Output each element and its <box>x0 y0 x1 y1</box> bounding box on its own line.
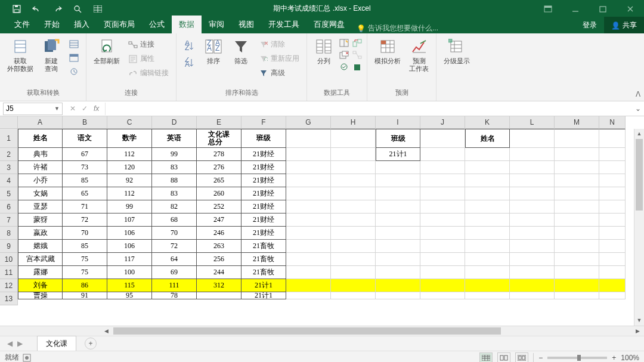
zoom-in-button[interactable]: + <box>612 354 616 362</box>
horizontal-scrollbar[interactable]: ◀ ▶ <box>0 326 644 336</box>
scroll-down-icon[interactable]: ▼ <box>634 315 644 326</box>
cell[interactable] <box>331 214 376 227</box>
clear-filter-button[interactable]: 清除 <box>256 38 302 51</box>
cell[interactable]: 120 <box>107 161 152 174</box>
cell[interactable]: 亚瑟 <box>18 200 63 214</box>
col-header[interactable]: H <box>331 116 376 129</box>
cell[interactable]: 85 <box>63 240 107 253</box>
cell[interactable] <box>286 174 331 187</box>
cell[interactable]: 252 <box>197 200 242 214</box>
cell[interactable] <box>510 292 555 299</box>
cell[interactable]: 英语 <box>152 129 197 148</box>
cell[interactable]: 21畜牧 <box>242 253 286 266</box>
cell[interactable] <box>555 253 599 266</box>
scroll-right-icon[interactable]: ▶ <box>633 328 643 334</box>
cell[interactable]: 85 <box>63 174 107 187</box>
cell[interactable]: 姓名 <box>465 129 510 148</box>
normal-view-button[interactable] <box>479 352 493 363</box>
cell[interactable] <box>465 253 510 266</box>
cell[interactable] <box>331 292 376 299</box>
cell[interactable]: 宫本武藏 <box>18 253 63 266</box>
cell[interactable] <box>420 253 465 266</box>
cell[interactable]: 75 <box>63 253 107 266</box>
cell[interactable] <box>286 161 331 174</box>
vertical-scrollbar[interactable]: ▲ ▼ <box>634 129 644 326</box>
cell[interactable]: 72 <box>152 240 197 253</box>
cell[interactable]: 67 <box>63 148 107 161</box>
prev-sheet-icon[interactable]: ◀ <box>7 339 13 348</box>
cell[interactable] <box>599 240 626 253</box>
connections-button[interactable]: 连接 <box>126 38 171 51</box>
cell[interactable] <box>599 174 626 187</box>
cell[interactable] <box>555 292 599 299</box>
cell[interactable] <box>465 187 510 200</box>
cell[interactable] <box>286 266 331 279</box>
properties-button[interactable]: 属性 <box>126 52 171 65</box>
cell[interactable] <box>555 161 599 174</box>
cell[interactable] <box>555 227 599 240</box>
pagebreak-view-button[interactable] <box>515 352 528 363</box>
cell[interactable]: 106 <box>107 227 152 240</box>
cell[interactable] <box>376 161 420 174</box>
scroll-up-icon[interactable]: ▲ <box>634 129 644 139</box>
cell[interactable]: 数学 <box>107 129 152 148</box>
tab-公式[interactable]: 公式 <box>142 16 172 33</box>
cell[interactable] <box>599 161 626 174</box>
cell[interactable] <box>599 129 626 148</box>
cell[interactable] <box>376 187 420 200</box>
zoom-level[interactable]: 100% <box>621 354 639 362</box>
col-header[interactable]: N <box>599 116 626 129</box>
cell[interactable] <box>331 266 376 279</box>
cell[interactable] <box>465 227 510 240</box>
tab-开始[interactable]: 开始 <box>37 16 67 33</box>
cell[interactable]: 86 <box>63 279 107 292</box>
cell[interactable]: 88 <box>152 174 197 187</box>
ribbon-options-icon[interactable] <box>534 0 562 17</box>
cell[interactable] <box>286 292 331 299</box>
cell[interactable]: 许褚 <box>18 161 63 174</box>
cell[interactable]: 106 <box>107 240 152 253</box>
expand-formula-icon[interactable]: ⌄ <box>632 104 644 113</box>
cell[interactable]: 典韦 <box>18 148 63 161</box>
cell[interactable] <box>331 253 376 266</box>
spreadsheet-grid[interactable]: ABCDEFGHIJKLMN 12345678910111213 姓名语文数学英… <box>0 116 644 326</box>
cell[interactable]: 99 <box>152 148 197 161</box>
col-header[interactable]: G <box>286 116 331 129</box>
tab-数据[interactable]: 数据 <box>172 16 202 33</box>
cell[interactable]: 刘备 <box>18 279 63 292</box>
cell[interactable] <box>555 174 599 187</box>
show-queries-button[interactable] <box>67 38 81 50</box>
edit-links-button[interactable]: 编辑链接 <box>126 67 171 79</box>
cell[interactable] <box>510 174 555 187</box>
from-table-button[interactable] <box>67 52 81 64</box>
cell[interactable] <box>465 148 510 161</box>
cell[interactable] <box>286 253 331 266</box>
col-header[interactable]: B <box>63 116 107 129</box>
cell[interactable] <box>510 187 555 200</box>
cell[interactable]: 112 <box>107 148 152 161</box>
relationships-icon[interactable] <box>352 50 362 60</box>
cell[interactable]: 70 <box>63 227 107 240</box>
cell[interactable] <box>420 240 465 253</box>
cancel-formula-icon[interactable]: ✕ <box>70 104 76 113</box>
reapply-button[interactable]: 重新应用 <box>256 52 302 65</box>
advanced-filter-button[interactable]: 高级 <box>256 67 302 79</box>
cell[interactable] <box>465 200 510 214</box>
cell[interactable] <box>286 214 331 227</box>
tab-视图[interactable]: 视图 <box>231 16 261 33</box>
cell[interactable] <box>331 129 376 148</box>
cell[interactable] <box>510 129 555 148</box>
cell[interactable]: 246 <box>197 227 242 240</box>
select-all-corner[interactable] <box>0 116 18 129</box>
cell[interactable]: 蒙犽 <box>18 214 63 227</box>
cell[interactable]: 70 <box>152 227 197 240</box>
scroll-thumb[interactable] <box>636 139 643 211</box>
col-header[interactable]: I <box>376 116 420 129</box>
cell[interactable] <box>420 214 465 227</box>
cell[interactable] <box>555 214 599 227</box>
tab-页面布局[interactable]: 页面布局 <box>97 16 142 33</box>
row-header[interactable]: 10 <box>0 253 18 266</box>
col-header[interactable]: L <box>510 116 555 129</box>
row-header[interactable]: 2 <box>0 148 18 161</box>
cell[interactable] <box>599 187 626 200</box>
